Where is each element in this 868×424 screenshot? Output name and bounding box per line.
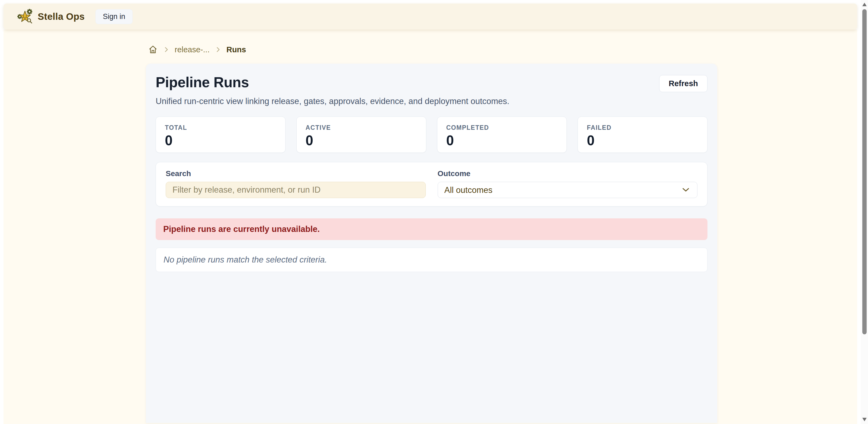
error-banner: Pipeline runs are currently unavailable. <box>156 218 708 240</box>
search-label: Search <box>166 169 426 178</box>
stat-card-active: ACTIVE 0 <box>297 117 426 153</box>
stat-value: 0 <box>587 134 698 148</box>
stat-card-failed: FAILED 0 <box>578 117 708 153</box>
search-field-group: Search <box>166 169 426 198</box>
stat-label: COMPLETED <box>446 124 558 131</box>
stat-label: TOTAL <box>165 124 276 131</box>
breadcrumb-item-release[interactable]: release-... <box>175 45 210 54</box>
outcome-select[interactable]: All outcomes <box>438 182 698 198</box>
page-background: release-... Runs Pipeline Runs Refresh U… <box>3 30 857 424</box>
breadcrumb: release-... Runs <box>146 45 717 55</box>
page-subtitle: Unified run-centric view linking release… <box>156 96 708 106</box>
arrow-up-icon[interactable] <box>862 3 867 6</box>
outcome-select-wrapper: All outcomes <box>438 182 698 198</box>
home-icon[interactable] <box>148 45 158 55</box>
stat-card-completed: COMPLETED 0 <box>437 117 567 153</box>
stat-value: 0 <box>446 134 558 148</box>
empty-state-message: No pipeline runs match the selected crit… <box>156 248 708 272</box>
vertical-scrollbar[interactable] <box>861 0 868 424</box>
pipeline-runs-panel: Pipeline Runs Refresh Unified run-centri… <box>146 64 717 423</box>
outcome-field-group: Outcome All outcomes <box>438 169 698 198</box>
scrollbar-thumb[interactable] <box>862 9 867 334</box>
chevron-right-icon <box>163 46 170 53</box>
breadcrumb-item-runs: Runs <box>226 45 246 54</box>
stat-label: FAILED <box>587 124 698 131</box>
brand: Stella Ops <box>17 8 85 25</box>
stat-label: ACTIVE <box>306 124 417 131</box>
page-title: Pipeline Runs <box>156 74 249 91</box>
refresh-button[interactable]: Refresh <box>659 75 708 92</box>
filter-panel: Search Outcome All outcomes <box>156 162 708 206</box>
stats-row: TOTAL 0 ACTIVE 0 COMPLETED 0 FAILED 0 <box>156 117 708 153</box>
stat-value: 0 <box>306 134 417 148</box>
sign-in-button[interactable]: Sign in <box>95 9 133 24</box>
stat-card-total: TOTAL 0 <box>156 117 285 153</box>
outcome-label: Outcome <box>438 169 698 178</box>
content-column: release-... Runs Pipeline Runs Refresh U… <box>146 45 717 423</box>
brand-title: Stella Ops <box>38 11 85 22</box>
stella-ops-logo-icon <box>17 8 34 25</box>
arrow-down-icon[interactable] <box>862 418 867 421</box>
stat-value: 0 <box>165 134 276 148</box>
search-input[interactable] <box>166 182 426 198</box>
title-row: Pipeline Runs Refresh <box>156 74 708 92</box>
top-header: Stella Ops Sign in <box>3 3 857 30</box>
chevron-right-icon <box>215 46 221 53</box>
app-window: Stella Ops Sign in re <box>3 3 857 424</box>
